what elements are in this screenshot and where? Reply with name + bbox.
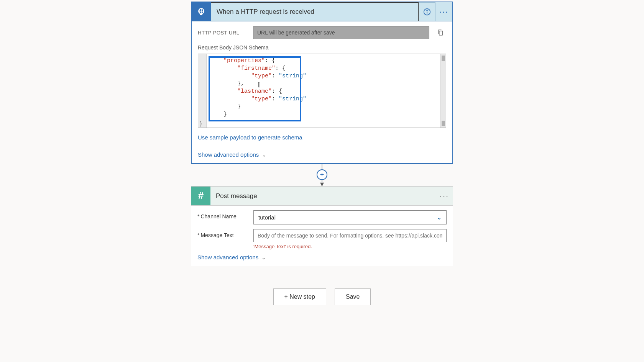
save-button[interactable]: Save [335, 288, 371, 305]
advanced-label: Show advanced options [198, 151, 259, 158]
info-icon[interactable] [419, 2, 435, 21]
request-body-schema-label: Request Body JSON Schema [198, 44, 446, 51]
chevron-down-icon: ⌄ [262, 152, 266, 158]
http-post-url-label: HTTP POST URL [198, 30, 248, 36]
chevron-down-icon: ⌄ [437, 214, 442, 221]
footer-actions: + New step Save [191, 288, 453, 305]
post-message-menu-icon[interactable]: ··· [436, 187, 453, 205]
slack-hash-icon: # [191, 187, 210, 205]
advanced-label: Show advanced options [197, 254, 258, 260]
channel-name-label: *Channel Name [197, 210, 253, 219]
slack-show-advanced[interactable]: Show advanced options ⌄ [197, 254, 447, 260]
message-text-input[interactable] [253, 229, 447, 242]
trigger-menu-icon[interactable]: ··· [435, 2, 452, 21]
svg-rect-4 [439, 31, 443, 35]
post-message-title: Post message [210, 187, 436, 205]
chevron-down-icon: ⌄ [261, 254, 266, 260]
message-text-error: 'Message Text' is required. [253, 244, 447, 249]
editor-gutter: } [198, 54, 207, 128]
trigger-title: When a HTTP request is received [211, 2, 419, 21]
post-message-card: # Post message ··· *Channel Name tutoria… [191, 186, 453, 266]
json-code-area[interactable]: "properties": { "firstname": { "type": "… [207, 54, 440, 128]
editor-scrollbar[interactable] [440, 54, 446, 128]
channel-name-select[interactable]: tutorial ⌄ [253, 210, 447, 224]
add-step-button[interactable]: + [317, 169, 327, 180]
trigger-header[interactable]: When a HTTP request is received ··· [192, 2, 452, 21]
channel-name-value: tutorial [258, 214, 276, 221]
post-message-header[interactable]: # Post message ··· [191, 187, 453, 206]
use-sample-payload-link[interactable]: Use sample payload to generate schema [198, 134, 446, 141]
http-globe-icon [192, 2, 211, 21]
message-text-label: *Message Text [197, 229, 253, 238]
svg-point-3 [427, 10, 427, 10]
trigger-show-advanced[interactable]: Show advanced options ⌄ [198, 151, 446, 158]
connector: + ▾ [191, 164, 453, 186]
arrow-down-icon: ▾ [320, 182, 324, 186]
copy-url-icon[interactable] [435, 28, 446, 37]
json-schema-editor[interactable]: } "properties": { "firstname": { "type":… [198, 54, 446, 128]
new-step-button[interactable]: + New step [273, 288, 326, 305]
http-post-url-field: URL will be generated after save [253, 26, 429, 39]
http-trigger-card: When a HTTP request is received ··· HTTP… [191, 2, 453, 164]
